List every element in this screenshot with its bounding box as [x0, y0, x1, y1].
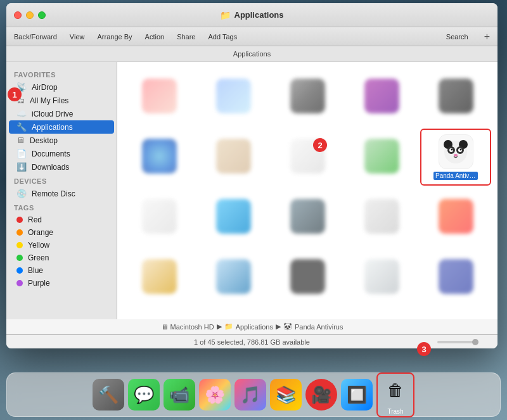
- trash-icon-container: 🗑: [380, 375, 411, 407]
- sidebar-item-documents[interactable]: 📄 Documents: [9, 147, 114, 160]
- app-icon-18: [364, 259, 399, 294]
- path-folder-icon: 📁: [224, 322, 233, 331]
- sidebar-item-applications[interactable]: 🔧 Applications: [9, 120, 114, 134]
- app-icon-13: [364, 199, 399, 234]
- facetime-icon: 📹: [169, 385, 189, 405]
- app-icon-7: [216, 139, 251, 174]
- sidebar-item-all-my-files[interactable]: 🗂 All My Files: [9, 94, 114, 107]
- sidebar-item-tag-red[interactable]: Red: [9, 213, 114, 226]
- dock-item-itunes[interactable]: 🎵: [234, 379, 266, 410]
- sidebar-item-desktop[interactable]: 🖥 Desktop: [9, 134, 114, 147]
- dock-item-messages[interactable]: 💬: [128, 379, 160, 410]
- tag-dot-red: [16, 217, 23, 223]
- app-item-4[interactable]: [346, 68, 417, 125]
- downloads-icon: ⬇️: [16, 162, 27, 172]
- search-button[interactable]: Search: [446, 33, 468, 41]
- devices-header: Devices: [6, 174, 117, 187]
- app-item-3[interactable]: [272, 68, 343, 125]
- app-item-12[interactable]: [272, 189, 343, 246]
- tag-dot-yellow: [16, 242, 23, 248]
- app-item-5[interactable]: [420, 68, 491, 125]
- tag-dot-blue: [16, 267, 23, 274]
- app-item-6[interactable]: [124, 129, 195, 186]
- finder-dock-icon: 🔲: [347, 385, 367, 405]
- dock-item-zoom[interactable]: 🎥: [305, 379, 337, 410]
- app-icon-1: [142, 79, 177, 113]
- sidebar-label-icloud-drive: iCloud Drive: [32, 110, 73, 118]
- dock-item-finder[interactable]: 🔲: [341, 379, 373, 410]
- app-item-1[interactable]: [124, 68, 195, 125]
- back-forward-button[interactable]: Back/Forward: [14, 33, 57, 41]
- tag-label-blue: Blue: [28, 266, 43, 275]
- sidebar-item-downloads[interactable]: ⬇️ Downloads: [9, 160, 114, 174]
- desktop-icon: 🖥: [16, 136, 25, 145]
- app-item-13[interactable]: [346, 189, 417, 246]
- sidebar-item-icloud-drive[interactable]: ☁️ iCloud Drive: [9, 107, 114, 120]
- minimize-button[interactable]: [26, 11, 34, 19]
- tag-label-green: Green: [28, 253, 49, 262]
- arrange-by-button[interactable]: Arrange By: [98, 33, 132, 41]
- icloud-drive-icon: ☁️: [16, 109, 27, 118]
- toolbar: Back/Forward View Arrange By Action Shar…: [6, 27, 497, 46]
- app-icon-2: [216, 79, 251, 113]
- app-item-15[interactable]: [124, 249, 195, 306]
- dock-item-ibooks[interactable]: 📚: [270, 379, 302, 410]
- app-item-8[interactable]: [272, 129, 343, 186]
- app-item-panda[interactable]: Panda Antivirus: [420, 129, 491, 186]
- photos-icon: 🌸: [205, 385, 225, 405]
- path-sep-1: ▶: [217, 322, 222, 331]
- app-item-19[interactable]: [420, 249, 491, 306]
- sidebar-label-all-my-files: All My Files: [30, 96, 68, 105]
- folder-icon: 📁: [220, 10, 231, 20]
- app-item-11[interactable]: [198, 189, 269, 246]
- add-tags-button[interactable]: Add Tags: [208, 33, 237, 41]
- icon-size-slider[interactable]: [437, 341, 475, 343]
- location-label: Applications: [233, 50, 271, 58]
- app-item-2[interactable]: [198, 68, 269, 125]
- path-applications: Applications: [236, 323, 273, 331]
- step-badge-1: 1: [8, 87, 22, 101]
- app-item-14[interactable]: [420, 189, 491, 246]
- app-item-10[interactable]: [124, 189, 195, 246]
- dock: 🔨 💬 📹 🌸 🎵 📚 🎥 🔲 🗑 Trash: [6, 372, 501, 417]
- action-button[interactable]: Action: [145, 33, 165, 41]
- panda-icon: [439, 134, 473, 169]
- dock-item-photos[interactable]: 🌸: [199, 379, 231, 410]
- sidebar-item-tag-green[interactable]: Green: [9, 251, 114, 264]
- dock-item-facetime[interactable]: 📹: [164, 379, 195, 410]
- step-badge-2: 2: [313, 138, 327, 152]
- sidebar-item-tag-purple[interactable]: Purple: [9, 277, 114, 290]
- add-button[interactable]: +: [484, 31, 490, 42]
- file-grid: Panda Antivirus: [117, 62, 497, 319]
- remote-disc-icon: 💿: [16, 189, 27, 198]
- sidebar-item-tag-yellow[interactable]: Yellow: [9, 239, 114, 251]
- panda-app-name: Panda Antivirus: [433, 172, 478, 180]
- app-icon-15: [142, 259, 177, 294]
- app-item-18[interactable]: [346, 249, 417, 306]
- sidebar-label-remote-disc: Remote Disc: [32, 189, 75, 198]
- maximize-button[interactable]: [38, 11, 46, 19]
- sidebar-item-tag-orange[interactable]: Orange: [9, 226, 114, 239]
- slider-thumb: [472, 339, 478, 345]
- sidebar-item-tag-blue[interactable]: Blue: [9, 264, 114, 277]
- dock-item-xcode[interactable]: 🔨: [93, 379, 124, 410]
- app-item-9[interactable]: [346, 129, 417, 186]
- app-item-7[interactable]: [198, 129, 269, 186]
- close-button[interactable]: [14, 11, 22, 19]
- svg-point-8: [460, 148, 462, 150]
- sidebar-label-documents: Documents: [32, 150, 70, 158]
- app-icon-5: [439, 79, 473, 113]
- app-item-16[interactable]: [198, 249, 269, 306]
- tags-header: Tags: [6, 200, 117, 213]
- dock-item-trash[interactable]: 🗑 Trash: [376, 372, 414, 417]
- app-icon-14: [439, 199, 473, 234]
- sidebar-item-remote-disc[interactable]: 💿 Remote Disc: [9, 187, 114, 200]
- app-item-17[interactable]: [272, 249, 343, 306]
- view-button[interactable]: View: [70, 33, 85, 41]
- path-bar: 🖥 Macintosh HD ▶ 📁 Applications ▶ 🐼 Pand…: [6, 319, 497, 334]
- share-button[interactable]: Share: [177, 33, 195, 41]
- sidebar-label-desktop: Desktop: [30, 136, 58, 145]
- svg-point-9: [454, 154, 458, 156]
- path-macintosh-hd: Macintosh HD: [170, 323, 214, 331]
- sidebar-item-airdrop[interactable]: 📡 AirDrop: [9, 80, 114, 94]
